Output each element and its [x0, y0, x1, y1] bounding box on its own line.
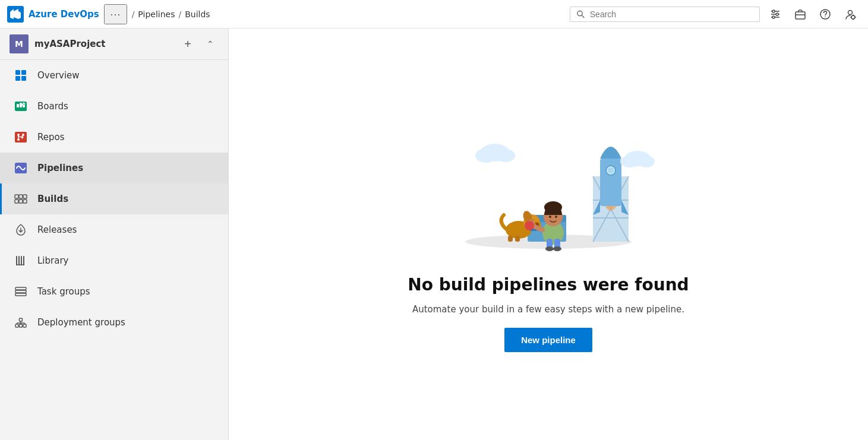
svg-point-93 — [638, 156, 655, 167]
sidebar-item-builds[interactable]: Builds — [0, 183, 228, 214]
breadcrumb-pipelines[interactable]: Pipelines — [138, 10, 175, 19]
svg-rect-9 — [796, 12, 805, 19]
briefcase-button[interactable] — [790, 4, 811, 25]
search-icon — [576, 10, 585, 19]
svg-rect-26 — [23, 105, 25, 107]
sidebar-item-releases[interactable]: Releases — [0, 214, 228, 245]
empty-state-subtitle: Automate your build in a few easy steps … — [412, 304, 684, 315]
svg-rect-37 — [23, 200, 27, 203]
svg-rect-24 — [17, 104, 19, 107]
sidebar-item-deployment-groups[interactable]: Deployment groups — [0, 307, 228, 338]
svg-rect-34 — [23, 195, 27, 198]
settings-list-icon — [769, 8, 781, 20]
add-project-button[interactable]: + — [179, 36, 196, 52]
svg-rect-43 — [15, 287, 26, 290]
svg-point-83 — [544, 201, 562, 213]
empty-state-title: No build pipelines were found — [408, 275, 689, 295]
svg-rect-33 — [19, 195, 23, 198]
main-layout: M myASAProject + ⌃ Overview — [0, 29, 868, 440]
topnav-icons — [765, 4, 861, 25]
svg-point-92 — [620, 156, 639, 167]
main-content: No build pipelines were found Automate y… — [229, 29, 868, 440]
help-button[interactable] — [815, 4, 836, 25]
svg-point-80 — [545, 246, 554, 251]
library-icon — [14, 254, 28, 268]
search-input[interactable] — [590, 10, 753, 19]
task-groups-icon — [14, 284, 28, 299]
svg-rect-32 — [15, 195, 18, 198]
svg-rect-45 — [15, 293, 26, 296]
svg-rect-22 — [21, 76, 26, 81]
sidebar-item-pipelines[interactable]: Pipelines — [0, 153, 228, 183]
svg-rect-35 — [15, 200, 18, 203]
azure-devops-logo-icon — [7, 6, 24, 23]
svg-point-64 — [608, 167, 614, 173]
svg-point-90 — [496, 149, 515, 162]
svg-point-7 — [776, 13, 778, 15]
svg-rect-46 — [15, 324, 18, 327]
svg-rect-36 — [19, 200, 23, 203]
svg-rect-76 — [515, 236, 520, 242]
svg-rect-21 — [15, 76, 20, 81]
breadcrumb-builds[interactable]: Builds — [185, 10, 210, 19]
svg-rect-48 — [23, 324, 26, 327]
svg-point-13 — [848, 10, 853, 14]
breadcrumb: / Pipelines / Builds — [132, 10, 210, 19]
svg-point-85 — [555, 216, 557, 218]
svg-rect-19 — [15, 70, 20, 75]
svg-point-84 — [549, 216, 551, 218]
svg-point-81 — [553, 246, 561, 251]
svg-rect-20 — [21, 70, 26, 75]
overview-icon — [14, 68, 28, 83]
svg-point-12 — [825, 16, 826, 17]
sidebar-item-task-groups[interactable]: Task groups — [0, 276, 228, 307]
avatar: M — [10, 34, 29, 53]
svg-rect-47 — [20, 324, 23, 327]
more-options-button[interactable]: ⋯ — [104, 4, 127, 24]
user-settings-icon — [844, 8, 856, 20]
user-settings-button[interactable] — [839, 4, 861, 25]
search-box[interactable] — [570, 7, 760, 22]
svg-line-2 — [582, 15, 584, 17]
app-logo[interactable]: Azure DevOps — [7, 6, 99, 23]
sidebar-header: M myASAProject + ⌃ — [0, 29, 228, 60]
collapse-sidebar-button[interactable]: ⌃ — [202, 36, 219, 52]
svg-point-29 — [22, 134, 24, 136]
svg-rect-44 — [15, 290, 26, 293]
sidebar: M myASAProject + ⌃ Overview — [0, 29, 229, 440]
sidebar-item-overview[interactable]: Overview — [0, 60, 228, 91]
repos-icon — [14, 130, 28, 144]
briefcase-icon — [794, 8, 806, 20]
svg-point-89 — [475, 148, 497, 163]
sidebar-item-repos[interactable]: Repos — [0, 122, 228, 153]
sidebar-item-boards[interactable]: Boards — [0, 91, 228, 122]
settings-list-button[interactable] — [765, 4, 786, 25]
svg-point-14 — [851, 15, 855, 19]
svg-point-28 — [17, 134, 20, 136]
deployment-groups-icon — [14, 315, 28, 330]
svg-rect-49 — [20, 318, 23, 321]
boards-icon — [14, 99, 28, 113]
svg-point-6 — [772, 10, 775, 12]
releases-icon — [14, 223, 28, 237]
empty-state: No build pipelines were found Automate y… — [408, 117, 689, 352]
svg-rect-75 — [508, 236, 513, 242]
pipelines-icon — [14, 161, 28, 175]
svg-point-8 — [772, 16, 775, 18]
help-icon — [819, 8, 831, 20]
project-name: myASAProject — [34, 39, 173, 49]
empty-state-illustration — [435, 117, 661, 259]
top-navigation: Azure DevOps ⋯ / Pipelines / Builds — [0, 0, 868, 29]
svg-point-30 — [17, 138, 20, 141]
sidebar-item-library[interactable]: Library — [0, 245, 228, 276]
svg-point-87 — [525, 221, 534, 230]
builds-icon — [14, 192, 28, 206]
new-pipeline-button[interactable]: New pipeline — [504, 328, 592, 352]
